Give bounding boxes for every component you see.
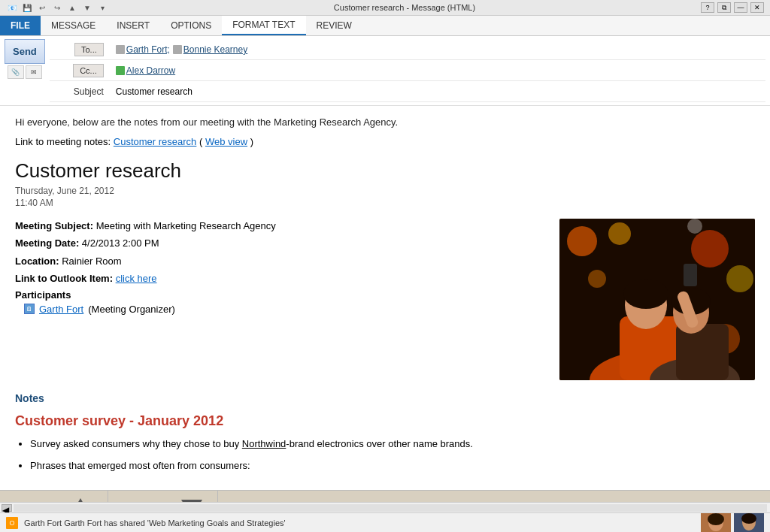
- subject-label: Subject: [74, 86, 104, 97]
- subject-text: Customer research: [116, 86, 192, 97]
- horizontal-scrollbar[interactable]: ◀: [0, 502, 770, 512]
- to-label-cell: To...: [50, 43, 110, 56]
- tab-format-text[interactable]: FORMAT TEXT: [222, 16, 305, 35]
- email-body-scroll[interactable]: Hi everyone, below are the notes from ou…: [0, 106, 770, 502]
- subject-value[interactable]: Customer research: [110, 83, 765, 100]
- garth-icon: [116, 45, 125, 54]
- recipient-bonnie: Bonnie Kearney: [173, 44, 247, 55]
- recipient-garth: Garth Fort;: [116, 44, 170, 55]
- cc-value[interactable]: Alex Darrow: [110, 62, 765, 79]
- redo-icon[interactable]: ↪: [51, 2, 63, 14]
- chart-segment-1: Sales up by: [0, 491, 108, 503]
- participants-label: Participants: [15, 289, 544, 301]
- participant-role: (Meeting Organizer): [88, 304, 175, 315]
- svg-point-1: [567, 226, 597, 256]
- to-value[interactable]: Garth Fort; Bonnie Kearney: [110, 41, 765, 58]
- detail-subject: Meeting Subject: Meeting with Marketing …: [15, 219, 544, 234]
- chart-segment-2: Brand loyalty: [108, 491, 218, 503]
- detail-subject-value: Meeting with Marketing Research Agency: [96, 220, 276, 231]
- tab-insert[interactable]: INSERT: [106, 16, 160, 35]
- send-icons: 📎 ✉: [8, 65, 42, 79]
- avatar-2[interactable]: [734, 513, 764, 533]
- send-button[interactable]: Send: [5, 39, 45, 64]
- app-window: 📧 💾 ↩ ↪ ▲ ▼ ▾ Customer research - Messag…: [0, 0, 770, 532]
- tab-options[interactable]: OPTIONS: [160, 16, 222, 35]
- status-bar: O Garth Fort Garth Fort has shared 'Web …: [0, 512, 770, 532]
- detail-location: Location: Rainier Room: [15, 254, 544, 269]
- title-bar-left: 📧 💾 ↩ ↪ ▲ ▼ ▾: [6, 2, 108, 14]
- recipient-fields: To... Garth Fort; Bonnie Kearney: [50, 39, 765, 102]
- link-line: Link to meeting notes: Customer research…: [15, 136, 755, 147]
- intro-text: Hi everyone, below are the notes from ou…: [15, 115, 755, 130]
- northwind-text: Northwind: [242, 438, 286, 449]
- attach-icon[interactable]: 📎: [8, 65, 24, 79]
- svg-point-4: [726, 265, 753, 292]
- bonnie-icon: [173, 45, 182, 54]
- participant-icon: 🗓: [24, 304, 35, 314]
- participant-name[interactable]: Garth Fort: [39, 304, 83, 315]
- svg-point-3: [691, 230, 729, 268]
- tab-review[interactable]: REVIEW: [306, 16, 362, 35]
- to-row: To... Garth Fort; Bonnie Kearney: [50, 39, 765, 60]
- cc-button[interactable]: Cc...: [73, 64, 104, 77]
- ribbon: FILE MESSAGE INSERT OPTIONS FORMAT TEXT …: [0, 16, 770, 36]
- cc-row: Cc... Alex Darrow: [50, 60, 765, 81]
- email-header: Send 📎 ✉ To... Garth Fort;: [0, 36, 770, 106]
- status-avatars: [701, 513, 764, 533]
- participant-row: 🗓 Garth Fort (Meeting Organizer): [24, 304, 544, 315]
- cc-label-cell: Cc...: [50, 64, 110, 77]
- more-icon[interactable]: ▾: [96, 2, 108, 14]
- detail-date-label: Meeting Date:: [15, 237, 79, 249]
- to-button[interactable]: To...: [74, 43, 104, 56]
- bullet-item-2: Phrases that emerged most often from con…: [30, 458, 755, 473]
- save-icon[interactable]: 💾: [21, 2, 33, 14]
- send-area: Send 📎 ✉: [5, 39, 45, 79]
- svg-point-20: [708, 513, 724, 525]
- customer-research-link[interactable]: Customer research: [114, 136, 197, 147]
- up-icon[interactable]: ▲: [66, 2, 78, 14]
- detail-location-label: Location:: [15, 255, 59, 267]
- help-button[interactable]: ?: [701, 2, 714, 13]
- status-icon: O: [6, 517, 18, 529]
- tab-message[interactable]: MESSAGE: [41, 16, 106, 35]
- restore-button[interactable]: ⧉: [717, 2, 731, 13]
- title-bar: 📧 💾 ↩ ↪ ▲ ▼ ▾ Customer research - Messag…: [0, 0, 770, 16]
- alex-icon: [116, 66, 125, 75]
- minimize-button[interactable]: —: [734, 2, 747, 13]
- scroll-left-btn[interactable]: ◀: [2, 504, 12, 512]
- avatar-1[interactable]: [701, 513, 731, 533]
- meeting-details-left: Meeting Subject: Meeting with Marketing …: [15, 219, 544, 380]
- bullet-list: Survey asked consumers why they chose to…: [30, 437, 755, 473]
- status-text: Garth Fort Garth Fort has shared 'Web Ma…: [24, 518, 286, 527]
- undo-icon[interactable]: ↩: [36, 2, 48, 14]
- subject-row: Subject Customer research: [50, 81, 765, 102]
- bullet-item-1: Survey asked consumers why they chose to…: [30, 437, 755, 452]
- detail-link: Link to Outlook Item: click here: [15, 271, 544, 286]
- link-prefix: Link to meeting notes:: [15, 136, 114, 147]
- link-separator: (: [199, 136, 202, 147]
- window-controls: ? ⧉ — ✕: [701, 2, 764, 13]
- window-title: Customer research - Message (HTML): [334, 3, 475, 12]
- email-icon[interactable]: ✉: [26, 65, 42, 79]
- meeting-date: Thursday, June 21, 2012: [15, 186, 755, 196]
- detail-location-value: Rainier Room: [62, 255, 121, 267]
- detail-date: Meeting Date: 4/2/2013 2:00 PM: [15, 236, 544, 251]
- tab-file[interactable]: FILE: [0, 16, 41, 35]
- chart-bar: Sales up by Brand loyalty Environmental: [0, 490, 770, 503]
- down-icon[interactable]: ▼: [81, 2, 93, 14]
- svg-point-11: [623, 279, 668, 309]
- detail-subject-label: Meeting Subject:: [15, 220, 93, 231]
- meeting-details-row: Meeting Subject: Meeting with Marketing …: [15, 219, 755, 380]
- svg-rect-13: [676, 324, 729, 380]
- close-button[interactable]: ✕: [750, 2, 764, 13]
- scroll-track[interactable]: [14, 504, 767, 512]
- web-view-link[interactable]: Web view: [205, 136, 247, 147]
- svg-point-23: [741, 513, 756, 524]
- outlook-item-link[interactable]: click here: [116, 273, 157, 284]
- svg-point-5: [588, 270, 606, 288]
- svg-point-7: [687, 219, 702, 234]
- detail-link-label: Link to Outlook Item:: [15, 273, 113, 284]
- alex-name: Alex Darrow: [126, 65, 175, 76]
- svg-point-2: [608, 222, 631, 245]
- app-icon: 📧: [6, 2, 18, 14]
